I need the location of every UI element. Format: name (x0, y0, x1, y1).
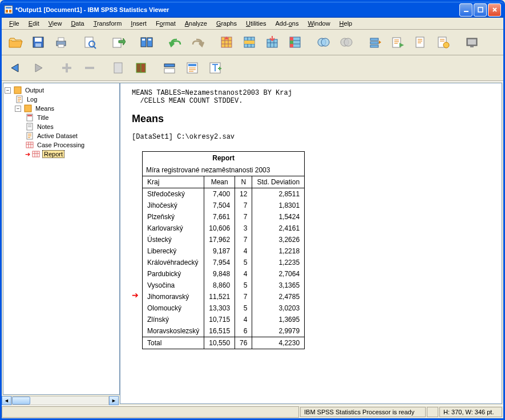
recall-dialog-icon[interactable] (136, 32, 157, 52)
menu-edit[interactable]: Edit (25, 19, 43, 28)
close-button[interactable] (488, 3, 501, 17)
insert-title-icon[interactable] (182, 58, 203, 78)
report-table[interactable]: Report Míra registrované nezaměstnanosti… (142, 151, 305, 349)
table-row[interactable]: Jihočeský7,50471,8301 (143, 200, 305, 211)
outline-tree[interactable]: − Output Log − Means T (3, 83, 120, 395)
menu-addons[interactable]: Add-ons (271, 19, 302, 28)
redo-icon[interactable] (188, 32, 208, 52)
svg-rect-46 (141, 63, 146, 72)
select-cases-icon[interactable] (285, 32, 305, 52)
minimize-button[interactable] (459, 3, 472, 17)
table-row[interactable]: Středočeský7,400122,8511 (143, 188, 305, 200)
svg-rect-5 (478, 7, 483, 12)
table-icon (25, 141, 34, 149)
table-row[interactable]: Olomoucký13,30353,0203 (143, 302, 305, 314)
back-icon[interactable] (5, 58, 26, 78)
scroll-right-icon[interactable]: ► (109, 396, 119, 405)
svg-rect-8 (35, 43, 41, 47)
menu-utilities[interactable]: Utilities (242, 19, 270, 28)
print-preview-icon[interactable] (79, 32, 100, 52)
script-icon[interactable] (410, 32, 431, 52)
sets-disabled-icon[interactable] (336, 32, 357, 52)
run-icon[interactable] (387, 32, 408, 52)
tree-node-active-dataset[interactable]: Active Dataset (5, 131, 118, 140)
sets-icon[interactable] (313, 32, 334, 52)
svg-rect-21 (244, 41, 254, 44)
table-row[interactable]: Plzeňský7,66171,5424 (143, 211, 305, 223)
dataset-line[interactable]: [DataSet1] C:\okresy2.sav (132, 133, 490, 141)
menu-insert[interactable]: Insert (127, 19, 151, 28)
menu-window[interactable]: Window (304, 19, 334, 28)
scroll-thumb[interactable] (12, 397, 30, 405)
tree-node-log[interactable]: Log (5, 95, 118, 104)
show-icon[interactable] (108, 58, 128, 78)
svg-rect-11 (58, 45, 64, 47)
save-icon[interactable] (28, 32, 49, 52)
status-empty (427, 407, 438, 417)
undo-icon[interactable] (165, 32, 185, 52)
scroll-left-icon[interactable]: ◄ (2, 396, 11, 405)
variables-icon[interactable] (262, 32, 282, 52)
collapse-icon[interactable] (79, 58, 100, 78)
table-row[interactable]: Jihomoravský11,52172,4785 (143, 291, 305, 302)
tree-node-report[interactable]: ➔ Report (5, 150, 118, 159)
tree-h-scrollbar[interactable]: ◄ ► (2, 396, 119, 405)
maximize-button[interactable] (474, 3, 487, 17)
menu-view[interactable]: View (45, 19, 66, 28)
open-icon[interactable] (5, 32, 26, 52)
tree-collapse-icon[interactable]: − (15, 106, 21, 112)
tree-node-title[interactable]: Title (5, 113, 118, 122)
table-row[interactable]: Moravskoslezský16,51562,9979 (143, 325, 305, 337)
svg-point-37 (443, 42, 449, 48)
menu-analyze[interactable]: Analyze (181, 19, 211, 28)
tree-node-means[interactable]: − Means (5, 104, 118, 113)
statusbar: IBM SPSS Statistics Processor is ready H… (2, 405, 503, 418)
window-controls (459, 3, 501, 17)
scroll-track[interactable] (11, 396, 109, 405)
table-row[interactable]: Karlovarský10,60632,4161 (143, 223, 305, 234)
screen-icon[interactable] (462, 32, 482, 52)
table-row[interactable]: Ústecký17,96273,2626 (143, 234, 305, 245)
table-row[interactable]: Vysočina8,86053,1365 (143, 280, 305, 291)
menu-data[interactable]: Data (67, 19, 88, 28)
menu-format[interactable]: Format (152, 19, 180, 28)
svg-rect-18 (148, 39, 151, 41)
current-item-arrow-icon: ➔ (132, 290, 139, 300)
goto-data-icon[interactable] (216, 32, 237, 52)
titlebar[interactable]: *Output1 [Document1] - IBM SPSS Statisti… (2, 2, 503, 18)
tree-node-notes[interactable]: Notes (5, 122, 118, 131)
svg-rect-48 (164, 68, 175, 73)
svg-rect-39 (468, 39, 476, 45)
app-window: *Output1 [Document1] - IBM SPSS Statisti… (0, 0, 505, 420)
menu-file[interactable]: File (5, 19, 23, 28)
forward-icon[interactable] (28, 58, 49, 78)
svg-rect-60 (33, 151, 39, 157)
table-row[interactable]: Zlínský10,71541,3695 (143, 314, 305, 325)
means-heading[interactable]: Means (132, 113, 490, 125)
table-row[interactable]: Pardubický9,84842,7064 (143, 268, 305, 280)
expand-icon[interactable] (56, 58, 77, 78)
designate-icon[interactable] (365, 32, 385, 52)
menu-transform[interactable]: Transform (90, 19, 126, 28)
tree-node-case-processing[interactable]: Case Processing (5, 140, 118, 150)
script-run-icon[interactable] (433, 32, 454, 52)
menu-help[interactable]: Help (336, 19, 357, 28)
output-viewer[interactable]: MEANS TABLES=Nezamestnanost2003 BY Kraj … (120, 83, 502, 404)
hide-icon[interactable] (131, 58, 151, 78)
insert-text-icon[interactable] (205, 58, 225, 78)
window-title: *Output1 [Document1] - IBM SPSS Statisti… (15, 6, 459, 13)
syntax-block[interactable]: MEANS TABLES=Nezamestnanost2003 BY Kraj … (132, 89, 490, 105)
print-icon[interactable] (51, 32, 71, 52)
svg-rect-1 (6, 7, 11, 9)
svg-rect-31 (370, 38, 378, 41)
table-row[interactable]: Královéhradecký7,95451,2235 (143, 257, 305, 268)
menu-graphs[interactable]: Graphs (212, 19, 241, 28)
tree-node-output[interactable]: − Output (5, 86, 118, 95)
tree-collapse-icon[interactable]: − (5, 87, 11, 94)
goto-case-icon[interactable] (239, 32, 260, 52)
svg-rect-25 (290, 41, 293, 44)
export-icon[interactable] (108, 32, 128, 52)
insert-heading-icon[interactable] (159, 58, 180, 78)
svg-rect-26 (290, 44, 293, 47)
table-row[interactable]: Liberecký9,18741,2218 (143, 245, 305, 257)
